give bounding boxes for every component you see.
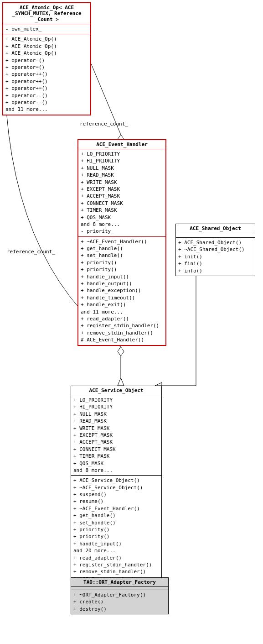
ort-spacer — [71, 587, 168, 590]
eh-c2: + HI_PRIORITY — [81, 157, 163, 164]
so-c4: + READ_MASK — [73, 418, 159, 424]
svo-m7: + set_handle() — [73, 519, 159, 526]
diagram-container: ACE_Atomic_Op< ACE_SYNCH_MUTEX, Referenc… — [0, 0, 263, 644]
reference-count-label-left: reference_count_ — [7, 249, 55, 255]
atomic-op-attributes: - own_mutex_ — [3, 24, 90, 34]
eh-m10: + handle_exit() — [81, 301, 163, 308]
atomic-op-m8: + operator+=() — [5, 85, 88, 92]
eh-m8: + handle_exception() — [81, 287, 163, 294]
svo-m1: + ACE_Service_Object() — [73, 477, 159, 484]
atomic-op-m5: + operator=() — [5, 64, 88, 71]
eh-m7: + handle_output() — [81, 280, 163, 287]
svo-m8: + priority() — [73, 526, 159, 533]
so-m1: + ACE_Shared_Object() — [178, 239, 253, 246]
eh-c3: + NULL_MASK — [81, 165, 163, 172]
shared-object-box: ACE_Shared_Object + ACE_Shared_Object() … — [175, 224, 255, 276]
eh-m13: + register_stdin_handler() — [81, 322, 163, 329]
eh-c6: + EXCEPT_MASK — [81, 186, 163, 193]
atomic-op-m2: + ACE_Atomic_Op() — [5, 43, 88, 50]
eh-m4: + priority() — [81, 259, 163, 266]
so-c6: + EXCEPT_MASK — [73, 432, 159, 439]
ort-m2: + create() — [73, 598, 166, 605]
svo-m14: + remove_stdin_handler() — [73, 568, 159, 575]
event-handler-constants: + LO_PRIORITY + HI_PRIORITY + NULL_MASK … — [78, 149, 165, 237]
svo-m4: + resume() — [73, 498, 159, 505]
atomic-op-m4: + operator=() — [5, 57, 88, 64]
atomic-op-m11: and 11 more... — [5, 106, 88, 113]
event-handler-methods: + ~ACE_Event_Handler() + get_handle() + … — [78, 237, 165, 345]
svo-m10: + handle_input() — [73, 540, 159, 547]
service-object-constants: + LO_PRIORITY + HI_PRIORITY + NULL_MASK … — [71, 395, 161, 476]
ort-m1: + ~ORT_Adapter_Factory() — [73, 592, 166, 598]
atomic-op-m6: + operator++() — [5, 71, 88, 78]
svo-m5: + ~ACE_Event_Handler() — [73, 505, 159, 512]
ort-methods: + ~ORT_Adapter_Factory() + create() + de… — [71, 590, 168, 614]
svg-marker-4 — [118, 378, 124, 386]
eh-c8: + CONNECT_MASK — [81, 200, 163, 207]
eh-c7: + ACCEPT_MASK — [81, 193, 163, 199]
atomic-op-box: ACE_Atomic_Op< ACE_SYNCH_MUTEX, Referenc… — [2, 2, 91, 115]
so-m4: + fini() — [178, 260, 253, 267]
eh-c12: - priority_ — [81, 228, 163, 235]
atomic-op-title: ACE_Atomic_Op< ACE_SYNCH_MUTEX, Referenc… — [3, 3, 90, 24]
atomic-op-m7: + operator++() — [5, 78, 88, 85]
so-c1: + LO_PRIORITY — [73, 397, 159, 403]
eh-m2: + get_handle() — [81, 245, 163, 252]
so-c5: + WRITE_MASK — [73, 425, 159, 432]
so-c2: + HI_PRIORITY — [73, 403, 159, 410]
shared-object-spacer — [176, 233, 255, 238]
so-m2: + ~ACE_Shared_Object() — [178, 246, 253, 253]
shared-object-methods: + ACE_Shared_Object() + ~ACE_Shared_Obje… — [176, 238, 255, 276]
eh-m1: + ~ACE_Event_Handler() — [81, 238, 163, 245]
atomic-op-m1: + ACE_Atomic_Op() — [5, 36, 88, 42]
service-object-title: ACE_Service_Object — [71, 386, 161, 395]
shared-object-title: ACE_Shared_Object — [176, 224, 255, 233]
eh-c11: and 8 more... — [81, 221, 163, 228]
atomic-op-m10: + operator--() — [5, 99, 88, 106]
ort-adapter-factory-title: TAO::ORT_Adapter_Factory — [71, 578, 168, 587]
atomic-op-methods: + ACE_Atomic_Op() + ACE_Atomic_Op() + AC… — [3, 34, 90, 114]
so-c7: + ACCEPT_MASK — [73, 439, 159, 445]
svo-m13: + register_stdin_handler() — [73, 561, 159, 568]
eh-m15: # ACE_Event_Handler() — [81, 336, 163, 343]
event-handler-box: ACE_Event_Handler + LO_PRIORITY + HI_PRI… — [77, 139, 166, 346]
eh-c5: + WRITE_MASK — [81, 179, 163, 186]
svo-m2: + ~ACE_Service_Object() — [73, 484, 159, 491]
so-m3: + init() — [178, 253, 253, 260]
event-handler-title: ACE_Event_Handler — [78, 140, 165, 149]
eh-c9: + TIMER_MASK — [81, 207, 163, 214]
eh-c1: + LO_PRIORITY — [81, 151, 163, 157]
svo-m11: and 20 more... — [73, 547, 159, 554]
atomic-op-attr-1: - own_mutex_ — [5, 26, 88, 32]
reference-count-label-top: reference_count_ — [80, 121, 128, 127]
eh-m6: + handle_input() — [81, 273, 163, 280]
eh-c10: + QOS_MASK — [81, 214, 163, 221]
so-m5: + info() — [178, 267, 253, 274]
svo-m6: + get_handle() — [73, 512, 159, 519]
eh-m3: + set_handle() — [81, 252, 163, 259]
eh-m14: + remove_stdin_handler() — [81, 330, 163, 336]
so-c11: and 8 more... — [73, 467, 159, 474]
svo-m12: + read_adapter() — [73, 555, 159, 561]
service-object-methods: + ACE_Service_Object() + ~ACE_Service_Ob… — [71, 476, 161, 584]
eh-m11: and 11 more... — [81, 309, 163, 315]
atomic-op-m9: + operator--() — [5, 92, 88, 99]
so-c8: + CONNECT_MASK — [73, 446, 159, 453]
svo-m3: + suspend() — [73, 491, 159, 498]
service-object-box: ACE_Service_Object + LO_PRIORITY + HI_PR… — [71, 386, 162, 584]
so-c9: + TIMER_MASK — [73, 453, 159, 460]
svo-m9: + priority() — [73, 533, 159, 540]
eh-c4: + READ_MASK — [81, 172, 163, 178]
svg-marker-2 — [118, 347, 124, 356]
eh-m9: + handle_timeout() — [81, 294, 163, 301]
eh-m5: + priority() — [81, 266, 163, 273]
atomic-op-m3: + ACE_Atomic_Op() — [5, 50, 88, 57]
so-c10: + QOS_MASK — [73, 460, 159, 467]
eh-m12: + read_adapter() — [81, 315, 163, 322]
ort-adapter-factory-box: TAO::ORT_Adapter_Factory + ~ORT_Adapter_… — [71, 577, 169, 614]
ort-m3: + destroy() — [73, 606, 166, 613]
so-c3: + NULL_MASK — [73, 411, 159, 418]
